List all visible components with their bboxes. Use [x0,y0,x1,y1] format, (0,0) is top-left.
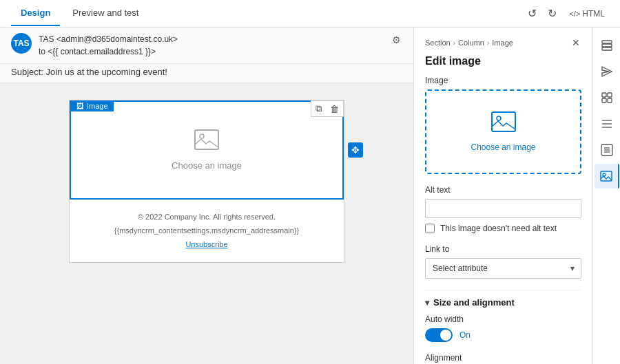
breadcrumb-chevron-2: › [487,39,489,47]
image-placeholder-icon [194,129,219,155]
auto-width-label: Auto width [425,314,581,324]
sidebar-elements-button[interactable] [595,85,619,110]
sidebar-layers-button[interactable] [595,33,619,58]
breadcrumb-column: Column [458,39,484,47]
image-placeholder[interactable]: Choose an image [71,102,342,198]
link-to-select[interactable]: Select attribute URL Email Phone [425,258,581,279]
image-icon-small: 🖼 [76,102,84,110]
alt-text-checkbox-row: This image doesn't need alt text [425,224,581,233]
svg-rect-14 [602,44,612,47]
size-alignment-chevron-icon: ▾ [425,298,429,308]
sidebar-send-button[interactable] [595,59,619,84]
panel-content: Image Choose an image Alt text [414,76,592,364]
image-upload-box[interactable]: Choose an image [425,89,581,174]
link-to-section: Link to Select attribute URL Email Phone… [425,244,581,279]
breadcrumb-image: Image [492,39,513,47]
sidebar-icons [592,28,620,364]
subject-text: Join us at the upcoming event! [46,67,167,77]
alignment-section: Alignment [425,353,581,364]
breadcrumb-chevron-1: › [453,39,455,47]
main-content: TAS TAS <admin@d365domaintest.co.uk> to … [0,28,620,364]
image-upload-text: Choose an image [471,142,535,152]
svg-rect-0 [195,130,218,149]
svg-rect-13 [602,41,612,43]
copyright-text: © 2022 Company Inc. All rights reserved. [81,211,333,224]
svg-rect-2 [492,112,515,131]
link-to-label: Link to [425,244,581,254]
auto-width-section: Auto width On [425,314,581,342]
size-alignment-section-header[interactable]: ▾ Size and alignment [425,290,581,314]
image-placeholder-text: Choose an image [172,160,242,171]
panel-title: Edit image [414,52,592,76]
redo-button[interactable]: ↻ [545,4,559,23]
tab-design[interactable]: Design [11,1,60,26]
auto-width-toggle[interactable] [425,328,453,342]
panel-close-button[interactable]: ✕ [570,36,581,50]
image-block-actions: ⧉ 🗑 [311,100,344,117]
right-panel: Section › Column › Image ✕ Edit image Im… [413,28,592,364]
unsubscribe-link[interactable]: Unsubscribe [185,240,227,248]
drag-handle[interactable]: ✥ [348,142,363,158]
svg-rect-16 [602,93,606,97]
center-panel: TAS TAS <admin@d365domaintest.co.uk> to … [0,28,413,364]
alt-text-input[interactable] [425,199,581,218]
alt-text-section: Alt text This image doesn't need alt tex… [425,185,581,233]
svg-rect-15 [602,47,612,50]
breadcrumb-section: Section [425,39,451,47]
image-field-section: Image Choose an image [425,76,581,174]
email-header: TAS TAS <admin@d365domaintest.co.uk> to … [0,28,413,64]
link-to-select-wrapper: Select attribute URL Email Phone ▾ [425,258,581,279]
svg-rect-17 [608,93,612,97]
to-address: to <{{ contact.emailaddress1 }}> [39,45,178,58]
top-tab-bar: Design Preview and test ↺ ↻ </> HTML [0,0,620,28]
size-alignment-label: Size and alignment [433,297,515,308]
image-delete-button[interactable]: 🗑 [326,101,343,116]
tab-preview[interactable]: Preview and test [63,1,148,26]
svg-point-1 [200,134,204,138]
toolbar-right: ↺ ↻ </> HTML [525,4,609,23]
email-header-left: TAS TAS <admin@d365domaintest.co.uk> to … [11,33,178,58]
image-label-text: Image [87,102,108,110]
image-block[interactable]: 🖼 Image ⧉ 🗑 [70,100,344,200]
code-icon: </> [569,10,580,18]
svg-point-3 [497,116,501,120]
alt-text-checkbox-label: This image doesn't need alt text [440,224,557,233]
sidebar-image-panel-button[interactable] [595,164,619,189]
breadcrumb: Section › Column › Image ✕ [414,28,592,52]
html-button[interactable]: </> HTML [565,6,609,21]
upload-image-icon [491,111,516,137]
avatar: TAS [11,33,32,54]
image-copy-button[interactable]: ⧉ [311,101,326,116]
image-field-label: Image [425,76,581,85]
canvas-area: 🖼 Image ⧉ 🗑 [0,83,413,364]
auto-width-toggle-row: On [425,328,581,342]
undo-button[interactable]: ↺ [525,4,539,23]
from-address: TAS <admin@d365domaintest.co.uk> [39,33,178,45]
image-block-toolbar: 🖼 Image [71,100,114,111]
alignment-label: Alignment [425,353,581,363]
email-from: TAS <admin@d365domaintest.co.uk> to <{{ … [39,33,178,58]
email-footer: © 2022 Company Inc. All rights reserved.… [70,200,344,262]
html-label: HTML [582,9,605,19]
sidebar-layout-button[interactable] [595,111,619,136]
svg-rect-18 [602,98,606,103]
subject-label: Subject: [11,67,43,77]
settings-button[interactable]: ⚙ [391,33,402,47]
toggle-knob [440,330,451,341]
alt-text-label: Alt text [425,185,581,195]
toggle-on-label: On [459,330,471,340]
subject-bar: Subject: Join us at the upcoming event! [0,64,413,83]
svg-point-28 [603,173,606,176]
address-text: {{msdyncrm_contentsettings.msdyncrm_addr… [81,224,333,238]
sidebar-indent-button[interactable] [595,138,619,162]
email-canvas: 🖼 Image ⧉ 🗑 [69,100,344,263]
svg-rect-19 [608,98,612,103]
alt-text-checkbox[interactable] [425,224,435,233]
image-block-label: 🖼 Image [71,100,114,111]
